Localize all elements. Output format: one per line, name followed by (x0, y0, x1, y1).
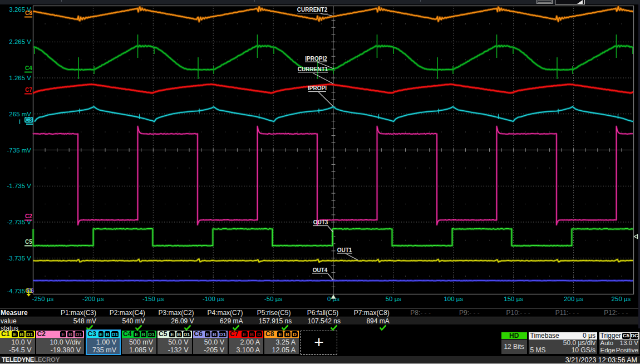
svg-text:C7: C7 (25, 87, 32, 93)
svg-text:C5: C5 (25, 239, 32, 245)
svg-text:OUT1: OUT1 (337, 247, 352, 253)
svg-text:IPROPI2: IPROPI2 (305, 56, 327, 62)
svg-text:C3: C3 (25, 117, 32, 123)
svg-text:IPROPI: IPROPI (308, 85, 327, 91)
svg-text:C2: C2 (25, 213, 32, 219)
svg-text:100 µs: 100 µs (444, 296, 463, 302)
svg-text:CURRENT1: CURRENT1 (298, 66, 328, 72)
svg-text:1.265 V: 1.265 V (9, 75, 31, 81)
svg-text:200 µs: 200 µs (564, 296, 583, 302)
svg-text:2.265 V: 2.265 V (9, 38, 31, 45)
svg-text:-1.735 V: -1.735 V (7, 183, 32, 189)
svg-text:150 µs: 150 µs (504, 296, 523, 302)
svg-text:-50 µs: -50 µs (264, 296, 282, 302)
svg-text:-100 µs: -100 µs (203, 296, 224, 302)
svg-text:OUT4: OUT4 (313, 267, 328, 273)
svg-text:C8: C8 (25, 10, 32, 16)
svg-text:-150 µs: -150 µs (142, 296, 164, 302)
svg-text:-3.735 V: -3.735 V (7, 255, 32, 262)
svg-text:50 µs: 50 µs (386, 296, 402, 302)
svg-text:-735 mV: -735 mV (7, 147, 32, 154)
svg-text:-200 µs: -200 µs (82, 296, 104, 302)
svg-text:C4: C4 (25, 65, 32, 71)
svg-text:OUT3: OUT3 (313, 219, 328, 225)
svg-text:250 µs: 250 µs (612, 296, 631, 302)
svg-text:CURRENT2: CURRENT2 (297, 7, 328, 13)
svg-text:-250 µs: -250 µs (32, 296, 54, 302)
